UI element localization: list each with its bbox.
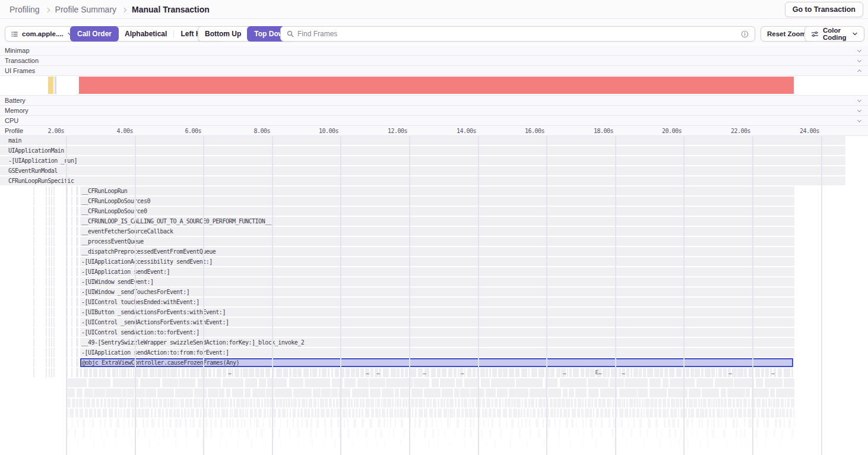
flame-frame-small[interactable]: [313, 388, 321, 397]
flame-frame-small[interactable]: [391, 368, 396, 377]
flame-frame-small[interactable]: [247, 409, 248, 418]
flame-frame-small[interactable]: [473, 409, 476, 418]
flame-frame-small[interactable]: [102, 368, 105, 377]
flame-frame-small[interactable]: [362, 419, 364, 428]
flame-frame-small[interactable]: [110, 419, 112, 428]
flame-frame-small[interactable]: [711, 368, 715, 377]
section-cpu[interactable]: CPU: [0, 116, 868, 126]
thread-selector-dropdown[interactable]: com.apple....: [5, 26, 79, 42]
flame-frame-small[interactable]: [766, 419, 769, 428]
flame-frame-small[interactable]: [265, 368, 270, 377]
flame-frame-small[interactable]: [186, 439, 188, 448]
flame-frame-small[interactable]: [716, 368, 717, 377]
flame-frame-small[interactable]: [353, 419, 356, 428]
flame-frame-small[interactable]: [220, 439, 221, 448]
flame-frame-small[interactable]: [289, 368, 292, 377]
flame-frame-small[interactable]: [274, 388, 292, 397]
slow-frame-bar[interactable]: [48, 77, 53, 94]
flame-frame-small[interactable]: [538, 399, 543, 407]
flame-frame-small[interactable]: [282, 409, 286, 418]
flame-frame-small[interactable]: [762, 399, 765, 407]
flame-frame-small[interactable]: [563, 409, 567, 418]
flame-frame-small[interactable]: [458, 399, 460, 407]
flame-frame-small[interactable]: [503, 409, 507, 418]
flame-frame-small[interactable]: [674, 429, 676, 438]
flame-frame-small[interactable]: [602, 399, 606, 407]
flame-frame-small[interactable]: [573, 368, 579, 377]
flame-frame-small[interactable]: [784, 419, 785, 428]
flame-frame-small[interactable]: [738, 409, 742, 418]
flame-frame-small[interactable]: [480, 368, 485, 377]
flame-frame-small[interactable]: [708, 399, 711, 407]
flame-frame-small[interactable]: [167, 429, 169, 438]
flame-frame-small[interactable]: [135, 388, 145, 397]
flame-frame-small[interactable]: [530, 429, 531, 438]
flame-frame-small[interactable]: [761, 368, 764, 377]
flame-frame-small[interactable]: [197, 368, 199, 377]
flame-frame-small[interactable]: [493, 409, 496, 418]
flame-frame-small[interactable]: [555, 419, 556, 428]
flame-frame-small[interactable]: [208, 388, 218, 397]
flame-frame-small[interactable]: [787, 399, 790, 407]
flame-frame-small[interactable]: [432, 419, 433, 428]
flame-frame-small[interactable]: [486, 388, 496, 397]
flame-frame-small[interactable]: [297, 368, 302, 377]
flame-frame-small[interactable]: [757, 439, 758, 448]
flame-frame-small[interactable]: [69, 409, 74, 418]
flame-frame-small[interactable]: [94, 409, 96, 418]
flame-frame-small[interactable]: [768, 399, 771, 407]
flame-frame-small[interactable]: [424, 409, 427, 418]
flame-frame-small[interactable]: [103, 439, 104, 448]
flame-frame-small[interactable]: [743, 399, 747, 407]
flame-frame-small[interactable]: [585, 409, 589, 418]
flame-frame-small[interactable]: [693, 399, 697, 407]
flame-frame-small[interactable]: [400, 399, 401, 407]
flame-frame-small[interactable]: [619, 388, 637, 397]
flame-frame-small[interactable]: [384, 439, 385, 448]
flame-frame-small[interactable]: [302, 399, 305, 407]
flame-frame-small[interactable]: [223, 378, 243, 387]
flame-frame-small[interactable]: [273, 429, 274, 438]
flame-frame-small[interactable]: [473, 368, 476, 377]
flame-frame-small[interactable]: [400, 439, 401, 448]
flame-frame-small[interactable]: [123, 419, 124, 428]
flame-frame-small[interactable]: [742, 439, 742, 448]
flame-frame-small[interactable]: [676, 368, 682, 377]
flame-frame-small[interactable]: [415, 409, 417, 418]
flame-frame-small[interactable]: [537, 409, 540, 418]
flame-frame-small[interactable]: [560, 409, 562, 418]
sort-call-order[interactable]: Call Order: [70, 26, 119, 42]
flame-frame-small[interactable]: [352, 388, 369, 397]
flame-frame-small[interactable]: [382, 388, 394, 397]
flame-frame-small[interactable]: [465, 419, 466, 428]
collapse-chevron-icon[interactable]: [857, 118, 861, 122]
flame-frame-small[interactable]: [721, 388, 726, 397]
flame-frame-small[interactable]: [442, 368, 446, 377]
flame-frame-small[interactable]: [142, 419, 144, 428]
flame-thin-column[interactable]: [51, 187, 52, 377]
flame-frame[interactable]: __49-[SentrySwizzleWrapper swizzleSendAc…: [80, 338, 794, 347]
flame-frame-small[interactable]: [775, 409, 779, 418]
flame-frame-small[interactable]: [83, 429, 85, 438]
flame-frame-small[interactable]: [333, 399, 335, 407]
flame-frame[interactable]: __CFRUNLOOP_IS_CALLING_OUT_TO_A_SOURCE0_…: [80, 217, 794, 226]
flame-frame-small[interactable]: [298, 439, 299, 448]
flame-frame-small[interactable]: [254, 419, 255, 428]
flame-frame-small[interactable]: [235, 368, 239, 377]
flame-frame-small[interactable]: [500, 429, 502, 438]
flame-frame-small[interactable]: [581, 409, 584, 418]
flame-frame-small[interactable]: [756, 378, 763, 387]
flame-frame-small[interactable]: [186, 368, 189, 377]
flame-frame-small[interactable]: [502, 399, 503, 407]
flame-frame-small[interactable]: [586, 419, 587, 428]
flame-frame-small[interactable]: [489, 429, 491, 438]
flame-frame-small[interactable]: [226, 409, 228, 418]
flame-frame-small[interactable]: [727, 439, 727, 448]
flame-frame-small[interactable]: [703, 399, 707, 407]
flame-frame-small[interactable]: [495, 399, 498, 407]
flame-frame-small[interactable]: [298, 399, 300, 407]
flame-frame[interactable]: CFRunLoopRunSpecific: [0, 176, 845, 185]
flame-frame-small[interactable]: [418, 368, 423, 377]
flame-frame-small[interactable]: [644, 439, 645, 448]
flame-frame-small[interactable]: [356, 399, 359, 407]
